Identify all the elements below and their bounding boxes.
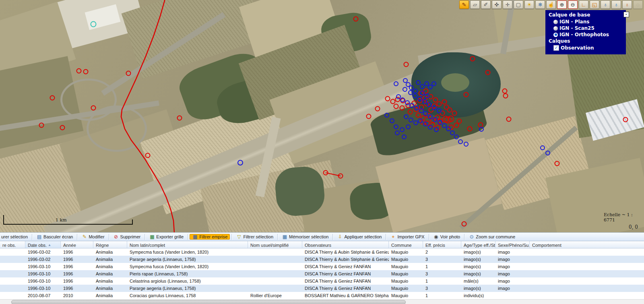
base-layer-option[interactable]: IGN - Plans [553,19,626,25]
observation-marker-blue[interactable] [402,87,407,92]
compass-tool-icon[interactable]: ❄ [535,0,545,9]
checkbox-icon[interactable]: ✓ [553,45,559,51]
observation-marker-blue[interactable] [416,80,421,85]
observation-marker-blue[interactable] [433,117,438,122]
observation-marker-blue[interactable] [450,130,455,135]
pan-hand-tool-icon[interactable]: ☝ [546,0,556,9]
crop-extent-tool-icon[interactable]: ◱ [590,0,599,9]
column-header[interactable]: Nom usuel/simplifié [248,241,302,248]
select-rectangle-tool-icon[interactable]: ▢ [514,0,523,9]
column-header[interactable]: Règne [93,241,127,248]
observation-marker-red[interactable] [126,71,131,76]
observation-marker-blue[interactable] [458,139,463,144]
observation-marker-red[interactable] [437,101,442,107]
move-object-tool-icon[interactable]: ✛ [503,0,512,9]
observation-marker-blue[interactable] [384,113,389,118]
observation-marker-blue[interactable] [394,124,398,129]
save-view-globe-icon[interactable]: ♁ [601,0,610,9]
base-layer-option[interactable]: IGN - Orthophotos [553,32,626,37]
observation-marker-blue[interactable] [408,90,413,95]
observation-marker-red[interactable] [408,110,413,115]
radio-icon[interactable] [553,20,558,24]
observation-marker-blue[interactable] [428,114,433,119]
observation-marker-blue[interactable] [425,93,429,98]
observation-marker-blue[interactable] [432,105,437,110]
observation-marker-red[interactable] [353,17,359,22]
observation-marker-blue[interactable] [237,160,243,165]
observation-marker-blue[interactable] [406,124,411,129]
basculer-ecran-button[interactable]: ▤Basculer écran [34,234,75,240]
appliquer-selection-button[interactable]: ⇩Appliquer sélection [334,234,384,240]
observation-marker-blue[interactable] [434,127,439,132]
observation-marker-red[interactable] [91,105,96,111]
observation-marker-red[interactable] [447,108,452,113]
observation-marker-red[interactable] [454,123,459,128]
observation-marker-blue[interactable] [422,99,427,104]
observation-marker-red[interactable] [323,170,328,176]
observation-marker-blue[interactable] [409,103,414,108]
observation-marker-blue[interactable] [540,145,545,150]
column-header[interactable]: re obs. [0,241,25,248]
observation-marker-blue[interactable] [402,134,407,139]
observation-marker-blue[interactable] [390,118,394,123]
observation-marker-blue[interactable] [409,118,413,122]
draw-polygon-tool-icon[interactable]: ▱ [470,0,480,9]
move-vertex-tool-icon[interactable]: ✜ [492,0,502,9]
overlay-layer-option[interactable]: ✓Observation [553,45,626,51]
table-row[interactable]: 1996-03-021996AnimaliaPararge aegeria (L… [0,256,644,263]
observation-marker-blue[interactable] [479,127,484,132]
observation-marker-blue[interactable] [428,125,433,130]
observation-marker-red[interactable] [442,99,447,105]
observation-marker-red[interactable] [400,105,405,111]
horizontal-scrollbar[interactable] [0,299,644,304]
column-header[interactable]: Sexe/Phéno/Su... [495,241,530,248]
observation-marker-red[interactable] [50,95,55,101]
observation-marker-red[interactable] [464,92,469,97]
observation-marker-blue[interactable] [446,126,451,131]
observation-marker-red[interactable] [375,106,380,112]
column-header[interactable]: Nom latin/complet [127,241,248,248]
zoom-sur-commune-button[interactable]: ⊙Zoom sur commune [466,234,518,240]
observation-marker-red[interactable] [555,161,560,166]
observation-marker-blue[interactable] [413,89,418,93]
observation-marker-red[interactable] [506,117,512,122]
observation-marker-red[interactable] [177,116,182,121]
observation-marker-red[interactable] [83,69,89,74]
table-row[interactable]: 2010-08-072010AnimaliaCoracias garrulus … [0,292,644,299]
observation-marker-red[interactable] [385,96,390,101]
observation-marker-red[interactable] [416,113,421,118]
observation-marker-blue[interactable] [545,151,550,155]
observation-marker-red[interactable] [467,126,473,132]
observation-marker-blue[interactable] [454,134,459,139]
supprimer-button[interactable]: ⊘Supprimer [111,234,143,240]
observation-marker-blue[interactable] [404,114,409,119]
zoom-out-tool-icon[interactable]: ⊖ [568,0,578,9]
observation-marker-blue[interactable] [437,108,442,113]
draw-point-tool-icon[interactable]: ✎ [459,0,469,9]
column-header[interactable]: Observateurs [302,241,389,248]
edit-view-globe-icon[interactable]: ♁ [611,0,621,9]
observation-marker-blue[interactable] [438,120,442,125]
observation-marker-red[interactable] [448,116,454,122]
observation-marker-red[interactable] [433,97,438,103]
memoriser-selection-button[interactable]: ▦Mémoriser sélection [279,234,331,240]
radio-icon[interactable] [553,33,558,37]
observation-marker-blue[interactable] [400,97,405,102]
observation-marker-red[interactable] [452,111,457,116]
observation-marker-blue[interactable] [413,93,417,98]
table-row[interactable]: 1996-03-021996AnimaliaSympecma fusca (Va… [0,248,644,256]
observation-marker-blue[interactable] [423,122,428,126]
observation-marker-red[interactable] [366,114,372,119]
exporter-grille-button[interactable]: ▦Exporter grille [147,234,186,240]
observation-marker-red[interactable] [39,123,44,128]
observation-marker-blue[interactable] [414,105,419,110]
table-row[interactable]: 1996-03-101996AnimaliaSympecma fusca (Va… [0,263,644,270]
observation-marker-red[interactable] [623,117,628,122]
table-row[interactable]: 1996-03-101996AnimaliaPararge aegeria (L… [0,285,644,292]
table-row[interactable]: 1996-03-101996AnimaliaCelastrina argiolu… [0,277,644,285]
highlight-tool-icon[interactable]: ☀ [524,0,534,9]
radio-icon[interactable] [553,26,558,31]
observation-marker-teal[interactable] [91,21,97,27]
observation-marker-blue[interactable] [400,127,405,132]
column-header[interactable]: Comportement [530,241,644,248]
